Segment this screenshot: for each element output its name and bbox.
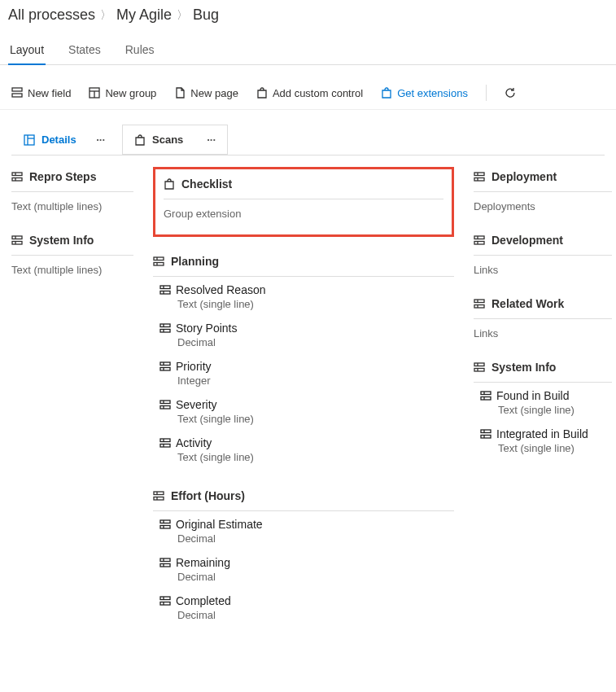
field-original-estimate[interactable]: Original Estimate Decimal <box>153 511 454 550</box>
field-label: Story Points <box>176 322 237 335</box>
field-integrated-in-build[interactable]: Integrated in Build Text (single line) <box>474 421 612 459</box>
add-custom-control-button[interactable]: Add custom control <box>256 87 363 99</box>
bag-icon <box>134 134 146 146</box>
new-group-button[interactable]: New group <box>89 87 156 99</box>
stack-icon <box>159 519 171 530</box>
field-found-in-build[interactable]: Found in Build Text (single line) <box>474 383 612 421</box>
add-custom-label: Add custom control <box>273 87 363 99</box>
stack-icon <box>159 437 171 449</box>
new-page-button[interactable]: New page <box>174 87 238 99</box>
breadcrumb: All processes 〉 My Agile 〉 Bug <box>0 0 616 28</box>
group-planning-title: Planning <box>171 255 219 268</box>
layout-icon <box>24 134 35 146</box>
field-type: Text (single line) <box>480 442 612 454</box>
field-type: Text (single line) <box>159 413 454 425</box>
group-icon <box>89 87 100 99</box>
page-tab-details-menu[interactable]: ··· <box>96 134 105 146</box>
group-system-info-left[interactable]: System Info Text (multiple lines) <box>11 230 133 276</box>
field-label: Resolved Reason <box>176 283 266 296</box>
field-resolved-reason[interactable]: Resolved Reason Text (single line) <box>153 277 454 315</box>
group-sysinfo-right-head[interactable]: System Info <box>474 357 612 383</box>
group-effort-title: Effort (Hours) <box>171 489 245 502</box>
page-tabs: Details ··· Scans ··· <box>0 110 616 155</box>
toolbar-separator <box>486 85 487 101</box>
field-label: Found in Build <box>496 389 570 402</box>
field-label: Original Estimate <box>176 518 263 531</box>
field-type: Decimal <box>159 571 454 583</box>
get-extensions-label: Get extensions <box>397 87 468 99</box>
page-tab-details[interactable]: Details ··· <box>11 125 117 155</box>
field-label: Activity <box>176 436 212 449</box>
column-left: Repro Steps Text (multiple lines) System… <box>11 167 133 644</box>
page-tab-scans-menu[interactable]: ··· <box>207 134 216 146</box>
new-field-button[interactable]: New field <box>11 87 71 99</box>
bag-icon <box>164 178 175 190</box>
group-effort-head[interactable]: Effort (Hours) <box>153 486 454 511</box>
layout-columns: Repro Steps Text (multiple lines) System… <box>0 155 616 655</box>
field-type: Decimal <box>159 336 454 348</box>
field-icon <box>11 87 23 99</box>
group-planning-head[interactable]: Planning <box>153 252 454 277</box>
field-type: Text (single line) <box>480 404 612 416</box>
stack-icon <box>159 322 171 334</box>
bag-icon <box>381 87 392 99</box>
stack-icon <box>159 557 171 568</box>
page-tab-scans-label: Scans <box>152 134 183 146</box>
page-tab-details-label: Details <box>42 134 76 146</box>
field-story-points[interactable]: Story Points Decimal <box>153 315 454 353</box>
field-type: Decimal <box>159 532 454 545</box>
get-extensions-button[interactable]: Get extensions <box>381 87 468 99</box>
group-related-title: Related Work <box>491 297 564 310</box>
toolbar: New field New group New page Add custom … <box>0 77 616 110</box>
group-repro-steps[interactable]: Repro Steps Text (multiple lines) <box>11 167 133 212</box>
chevron-right-icon: 〉 <box>100 8 111 23</box>
new-group-label: New group <box>105 87 156 99</box>
stack-icon <box>11 234 23 246</box>
stack-icon <box>11 171 23 182</box>
breadcrumb-process[interactable]: My Agile <box>116 7 172 24</box>
breadcrumb-workitem[interactable]: Bug <box>193 7 219 24</box>
tab-rules[interactable]: Rules <box>124 37 156 64</box>
bag-icon <box>256 87 268 99</box>
stack-icon <box>474 234 485 246</box>
stack-icon <box>153 490 164 501</box>
field-priority[interactable]: Priority Integer <box>153 353 454 392</box>
page-tab-scans[interactable]: Scans ··· <box>122 125 228 155</box>
field-remaining[interactable]: Remaining Decimal <box>153 550 454 588</box>
group-deployment[interactable]: Deployment Deployments <box>474 167 612 212</box>
stack-icon <box>159 361 171 372</box>
field-type: Text (single line) <box>159 451 454 463</box>
group-checklist-sub: Group extension <box>164 199 443 220</box>
field-type: Text (single line) <box>159 298 454 310</box>
column-middle: Checklist Group extension Planning Resol… <box>153 167 454 644</box>
breadcrumb-root[interactable]: All processes <box>8 7 95 24</box>
section-tabs: Layout States Rules <box>0 37 616 65</box>
group-development-title: Development <box>491 234 563 247</box>
group-sysinfo-right-title: System Info <box>491 361 556 374</box>
tab-layout[interactable]: Layout <box>8 37 46 64</box>
stack-icon <box>480 428 491 440</box>
field-label: Completed <box>176 594 231 607</box>
field-type: Integer <box>159 374 454 387</box>
field-severity[interactable]: Severity Text (single line) <box>153 392 454 430</box>
group-development[interactable]: Development Links <box>474 230 612 276</box>
stack-icon <box>159 399 171 410</box>
stack-icon <box>159 595 171 607</box>
stack-icon <box>159 284 171 296</box>
field-label: Severity <box>176 398 217 411</box>
tab-states[interactable]: States <box>67 37 103 64</box>
field-label: Remaining <box>176 556 230 569</box>
group-system-info-right: System Info Found in Build Text (single … <box>474 357 612 459</box>
refresh-icon[interactable] <box>505 87 516 99</box>
page-icon <box>174 87 186 99</box>
stack-icon <box>474 171 485 182</box>
group-deployment-sub: Deployments <box>474 192 612 212</box>
group-repro-sub: Text (multiple lines) <box>11 192 133 212</box>
group-checklist-title: Checklist <box>181 177 232 191</box>
group-related-work[interactable]: Related Work Links <box>474 294 612 339</box>
field-activity[interactable]: Activity Text (single line) <box>153 430 454 468</box>
stack-icon <box>480 390 491 401</box>
group-checklist[interactable]: Checklist <box>164 176 443 199</box>
field-completed[interactable]: Completed Decimal <box>153 588 454 626</box>
group-development-sub: Links <box>474 256 612 276</box>
